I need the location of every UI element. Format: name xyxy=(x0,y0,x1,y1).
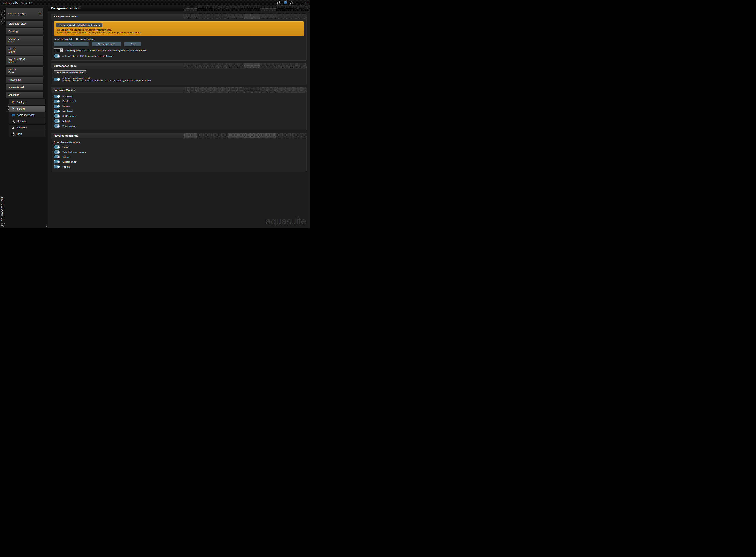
panel-title: Playground settings xyxy=(54,134,78,137)
virtual-software-sensors-toggle[interactable] xyxy=(54,150,60,153)
ssd-harddisk-toggle[interactable] xyxy=(54,115,60,118)
toggle-label: SSD/Harddisk xyxy=(62,115,76,117)
aquacomputer-logo-icon xyxy=(1,223,5,227)
download-icon xyxy=(11,119,15,123)
content-scrollbar[interactable] xyxy=(308,11,310,228)
outputs-toggle[interactable] xyxy=(54,155,60,158)
sidebar-item-audio-and-video[interactable]: Audio and Video xyxy=(9,112,45,118)
toggle-label: Virtual software sensors xyxy=(62,151,85,153)
sidebar-item-aquasuite-web[interactable]: aquasuite web xyxy=(6,84,44,91)
panel-header: Maintenance mode xyxy=(51,63,306,68)
maintenance-mode-panel: Maintenance mode Enable maintenance mode… xyxy=(51,63,307,85)
info-icon[interactable] xyxy=(288,0,294,5)
toggle-label: Memory xyxy=(62,105,70,108)
sidebar: Overview pages + Data quick view Data lo… xyxy=(0,5,48,228)
close-button[interactable]: ✕ xyxy=(305,0,310,5)
down-arrow-icon xyxy=(61,51,62,52)
drag-grip-icon[interactable] xyxy=(1,10,5,24)
toggle-label: Processor xyxy=(62,95,72,98)
start-delay-input[interactable] xyxy=(54,49,60,52)
power-supplies-toggle[interactable] xyxy=(54,124,60,127)
minimize-icon xyxy=(296,3,298,3)
start-delay-stepper xyxy=(54,48,63,52)
panel-title: Background service xyxy=(54,15,78,18)
sidebar-tools-list: ⚙ Settings Service Audio and Video Upda xyxy=(9,99,45,137)
minimize-button[interactable] xyxy=(294,0,300,5)
maximize-button[interactable] xyxy=(300,0,305,5)
add-page-icon[interactable]: + xyxy=(38,12,42,15)
sidebar-item-accounts[interactable]: Accounts xyxy=(9,124,45,131)
sidebar-item-updates[interactable]: Updates xyxy=(9,118,45,124)
memory-toggle[interactable] xyxy=(54,105,60,108)
toggle-label: Graphics card xyxy=(62,100,76,102)
restart-as-admin-button[interactable]: Restart aquasuite with administrator rig… xyxy=(56,23,103,27)
start-safe-mode-button[interactable]: Start in safe mode xyxy=(92,42,121,46)
toggle-label: Power supplies xyxy=(62,125,77,127)
sidebar-item-high-flow-next-mora[interactable]: high flow NEXT MoRa xyxy=(6,56,44,65)
auto-maintenance-toggle[interactable] xyxy=(54,78,60,81)
maximize-icon xyxy=(301,2,303,4)
panel-header: Playground settings xyxy=(51,133,306,138)
toggle-label: Global profiles xyxy=(62,161,76,163)
stepper-down-button[interactable] xyxy=(60,50,63,52)
playground-settings-panel: Playground settings Active playground mo… xyxy=(51,133,307,171)
admin-rights-warning: Restart aquasuite with administrator rig… xyxy=(54,21,304,36)
usb-reset-toggle[interactable] xyxy=(54,55,60,58)
sidebar-scrollbar: ▲ ▼ xyxy=(46,224,48,228)
panel-title: Maintenance mode xyxy=(54,64,77,67)
global-profiles-toggle[interactable] xyxy=(54,160,60,164)
network-toggle[interactable] xyxy=(54,119,60,123)
audio-video-icon xyxy=(11,113,15,117)
toggle-label: Network xyxy=(62,120,70,122)
toggle-label: Outputs xyxy=(62,156,70,158)
sidebar-item-octo-case[interactable]: OCTO Case xyxy=(6,66,44,76)
service-running-status: Service is running. xyxy=(76,38,94,40)
sidebar-item-aquasuite[interactable]: aquasuite xyxy=(6,92,44,98)
close-icon: ✕ xyxy=(306,1,308,4)
app-logo: aquasuite xyxy=(3,1,18,5)
panel-title: Hardware Monitor xyxy=(54,89,76,92)
panel-header: Hardware Monitor xyxy=(51,87,306,93)
sidebar-item-help[interactable]: ? Help xyxy=(9,131,45,137)
sidebar-item-data-log[interactable]: Data log xyxy=(6,28,44,34)
sidebar-item-label: Settings xyxy=(17,101,26,104)
background-service-panel: Background service Restart aquasuite wit… xyxy=(51,13,307,61)
sidebar-item-label: Updates xyxy=(17,120,26,123)
sidebar-item-label: Service xyxy=(17,107,25,110)
aquasuite-window: aquasuite Version X.71 ✕ Overview pages … xyxy=(0,0,310,228)
screenshot-camera-icon[interactable] xyxy=(277,0,282,5)
up-arrow-icon xyxy=(61,49,62,50)
mainboard-toggle[interactable] xyxy=(54,110,60,113)
sidebar-item-label: Audio and Video xyxy=(17,114,34,116)
sidebar-item-service[interactable]: Service xyxy=(9,106,45,112)
gear-icon: ⚙ xyxy=(11,100,15,104)
graphics-card-toggle[interactable] xyxy=(54,100,60,103)
sidebar-item-playground[interactable]: Playground xyxy=(6,77,44,83)
sidebar-item-label: Help xyxy=(17,133,22,136)
stepper-buttons xyxy=(60,49,63,52)
stop-service-button[interactable]: Stop xyxy=(124,42,141,46)
sidebar-pages-list: Overview pages + Data quick view Data lo… xyxy=(0,5,44,98)
toggle-label: Inputs xyxy=(62,146,68,148)
scroll-up-icon[interactable]: ▲ xyxy=(46,224,48,226)
warning-line-1: The application is not started with admi… xyxy=(56,29,301,31)
start-service-button[interactable]: Start xyxy=(54,42,89,46)
stepper-up-button[interactable] xyxy=(60,49,63,50)
page-title: Background service xyxy=(48,5,310,11)
active-modules-label: Active playground modules xyxy=(54,141,304,143)
titlebar: aquasuite Version X.71 ✕ xyxy=(0,0,310,5)
sidebar-item-octo-mora[interactable]: OCTO MoRa xyxy=(6,46,44,55)
layers-icon[interactable] xyxy=(282,0,288,5)
scroll-down-icon[interactable]: ▼ xyxy=(46,226,48,228)
sidebar-item-data-quick-view[interactable]: Data quick view xyxy=(6,21,44,27)
enable-maintenance-button[interactable]: Enable maintenance mode xyxy=(54,70,86,75)
toggle-label: Mainboard xyxy=(62,110,73,113)
processor-toggle[interactable] xyxy=(54,95,60,98)
hardware-monitor-panel: Hardware Monitor Processor Graphics card… xyxy=(51,87,307,130)
sidebar-item-overview-pages[interactable]: Overview pages + xyxy=(6,8,44,20)
sidebar-item-quadro-case[interactable]: QUADRO Case xyxy=(6,36,44,45)
sidebar-item-settings[interactable]: ⚙ Settings xyxy=(9,99,45,106)
hotkeys-toggle[interactable] xyxy=(54,165,60,168)
inputs-toggle[interactable] xyxy=(54,145,60,149)
auto-maintenance-caption: Becomes active if the PC was shut down t… xyxy=(62,79,151,82)
